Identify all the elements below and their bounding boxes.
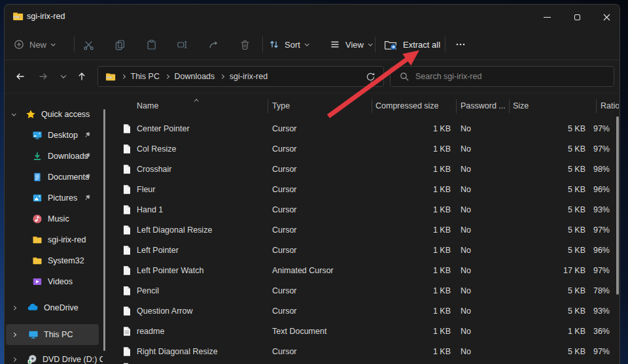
column-divider[interactable] (509, 99, 510, 113)
text-document-icon (123, 326, 131, 336)
ellipsis-icon (455, 39, 466, 50)
sidebar-scrollbar[interactable] (103, 109, 105, 351)
cell-compressed: 1 KB (397, 144, 451, 154)
refresh-button[interactable] (362, 65, 379, 88)
sidebar-item-dvd-drive[interactable]: DVD Drive (D:) CP (5, 350, 112, 364)
downloads-icon (32, 151, 43, 161)
breadcrumb-current-folder[interactable]: sgi-irix-red (230, 72, 268, 81)
file-icon (123, 225, 131, 235)
sidebar-label: Pictures (48, 193, 77, 203)
cell-password: No (461, 266, 471, 275)
arrow-left-icon (15, 71, 26, 82)
file-row[interactable]: Col Resize Cursor 1 KB No 5 KB 97% (112, 139, 620, 159)
sidebar-item-downloads[interactable]: Downloads (5, 146, 112, 166)
file-row-partial[interactable] (112, 361, 620, 364)
maximize-button[interactable] (562, 5, 592, 29)
extract-all-button[interactable]: Extract all (384, 29, 440, 59)
file-row[interactable]: Question Arrow Cursor 1 KB No 5 KB 93% (112, 301, 620, 321)
column-header-size[interactable]: Size (513, 101, 529, 110)
sidebar-item-sgi-irix-red[interactable]: sgi-irix-red (5, 230, 112, 250)
cell-type: Cursor (272, 185, 297, 194)
chevron-down-icon[interactable] (12, 113, 19, 116)
cell-name: Center Pointer (137, 124, 190, 133)
toolbar-separator (74, 37, 75, 52)
chevron-right-icon (165, 74, 169, 78)
delete-button[interactable] (236, 29, 254, 59)
cell-password: No (461, 327, 471, 336)
file-row[interactable]: Left Diagonal Resize Cursor 1 KB No 5 KB… (112, 220, 620, 240)
pictures-icon (32, 193, 43, 203)
copy-button[interactable] (111, 29, 129, 59)
new-button[interactable]: New (14, 29, 55, 59)
cell-ratio: 97% (580, 144, 610, 154)
file-row[interactable]: Left Pointer Watch Animated Cursor 1 KB … (112, 260, 620, 280)
cell-password: No (461, 225, 471, 235)
documents-icon (32, 172, 43, 182)
sidebar-item-onedrive[interactable]: OneDrive (5, 298, 112, 318)
address-box[interactable]: This PC Downloads sgi-irix-red (97, 66, 384, 87)
view-button[interactable]: View (330, 29, 372, 59)
sort-button[interactable]: Sort (269, 29, 308, 59)
chevron-right-icon[interactable] (12, 333, 19, 337)
cell-compressed: 1 KB (397, 225, 451, 235)
cell-compressed: 1 KB (397, 286, 451, 295)
chevron-right-icon[interactable] (12, 358, 19, 361)
file-row[interactable]: Pencil Cursor 1 KB No 5 KB 78% (112, 280, 620, 301)
cell-size: 5 KB (528, 286, 585, 295)
more-options-button[interactable] (451, 29, 470, 59)
cell-compressed: 1 KB (397, 185, 451, 194)
chevron-right-icon[interactable] (12, 306, 19, 310)
column-divider[interactable] (456, 99, 457, 113)
toolbar-separator (262, 37, 263, 52)
sidebar-label: System32 (48, 256, 84, 265)
sidebar-item-music[interactable]: Music (5, 209, 112, 229)
column-header-password[interactable]: Password ... (461, 101, 506, 110)
column-divider[interactable] (372, 99, 372, 113)
forward-button[interactable] (35, 65, 52, 88)
breadcrumb-downloads[interactable]: Downloads (174, 72, 215, 81)
cell-name: Question Arrow (137, 306, 192, 316)
column-divider[interactable] (596, 99, 597, 113)
rename-button[interactable] (173, 29, 191, 59)
column-header-ratio[interactable]: Ratio (601, 101, 619, 110)
sidebar-item-documents[interactable]: Documents (5, 167, 112, 187)
column-divider[interactable] (268, 99, 268, 113)
search-input[interactable] (415, 72, 592, 81)
file-row[interactable]: Right Diagonal Resize Cursor 1 KB No 5 K… (112, 341, 620, 361)
sidebar-item-system32[interactable]: System32 (5, 251, 112, 271)
minimize-button[interactable] (532, 5, 562, 29)
column-header-name[interactable]: Name (137, 101, 158, 110)
cell-ratio: 97% (580, 225, 610, 235)
recent-locations-button[interactable] (56, 65, 71, 88)
file-row[interactable]: Center Pointer Cursor 1 KB No 5 KB 97% (112, 118, 620, 139)
sidebar-label: Desktop (48, 131, 78, 140)
onedrive-cloud-icon (27, 303, 37, 313)
cell-name: Left Diagonal Resize (137, 225, 212, 235)
file-row[interactable]: Crosshair Cursor 1 KB No 5 KB 98% (112, 159, 620, 179)
column-header-compressed-size[interactable]: Compressed size (375, 101, 439, 110)
sidebar-item-videos[interactable]: Videos (5, 272, 112, 291)
close-icon (603, 14, 610, 21)
up-button[interactable] (73, 65, 90, 88)
command-bar: New (5, 29, 619, 60)
file-row[interactable]: Hand 1 Cursor 1 KB No 5 KB 93% (112, 199, 620, 220)
cut-icon (83, 39, 94, 50)
cell-size: 5 KB (528, 124, 585, 133)
file-row[interactable]: Left Pointer Cursor 1 KB No 5 KB 96% (112, 240, 620, 260)
file-row[interactable]: Fleur Cursor 1 KB No 5 KB 96% (112, 179, 620, 199)
file-row[interactable]: readme Text Document 1 KB No 1 KB 36% (112, 321, 620, 341)
sidebar-item-quick-access[interactable]: Quick access (5, 105, 112, 124)
share-button[interactable] (204, 29, 222, 59)
file-list-scrollbar[interactable] (616, 116, 619, 295)
file-icon (123, 124, 131, 133)
cut-button[interactable] (79, 29, 97, 59)
cell-compressed: 1 KB (397, 347, 451, 356)
paste-button[interactable] (142, 29, 160, 59)
back-button[interactable] (12, 65, 29, 88)
breadcrumb-this-pc[interactable]: This PC (131, 72, 160, 81)
sidebar-item-pictures[interactable]: Pictures (5, 188, 112, 208)
sidebar-item-desktop[interactable]: Desktop (5, 125, 112, 145)
column-header-type[interactable]: Type (272, 101, 290, 110)
close-button[interactable] (592, 5, 620, 29)
sidebar-label: Music (48, 214, 69, 223)
